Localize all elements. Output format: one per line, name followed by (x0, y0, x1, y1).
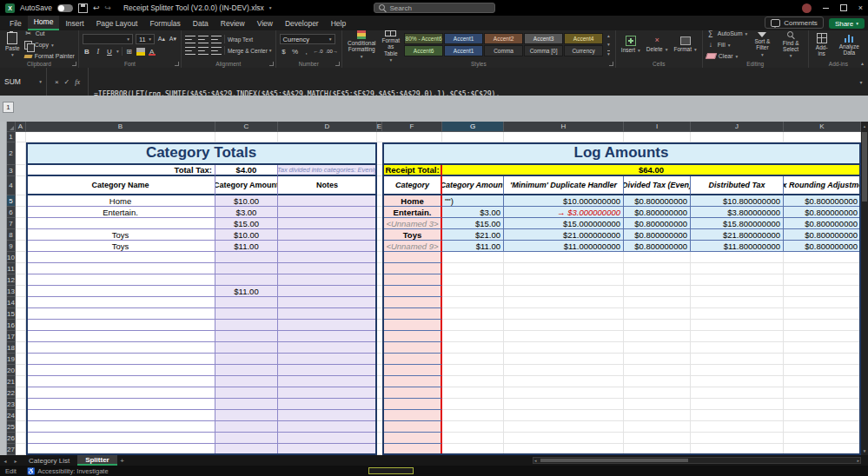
cell-G4[interactable]: Category Amount (442, 176, 504, 195)
cell-G19[interactable] (442, 354, 504, 365)
cell-D19[interactable] (278, 354, 377, 365)
cell-D7[interactable] (278, 218, 377, 229)
column-header-D[interactable]: D (278, 122, 377, 132)
cell-G18[interactable] (442, 342, 504, 354)
cell-G27[interactable] (442, 444, 504, 455)
cell-B3[interactable]: Total Tax: (26, 165, 215, 176)
cell-I9[interactable]: $0.800000000 (624, 241, 691, 252)
cell-J7[interactable]: $15.800000000 (691, 218, 784, 229)
cell-I1[interactable] (624, 132, 691, 142)
row-header-20[interactable]: 20 (7, 365, 16, 376)
cell-K6[interactable]: $0.800000000 (784, 207, 861, 218)
cell-I16[interactable] (624, 320, 691, 331)
cell-G1[interactable] (442, 132, 504, 142)
cell-B11[interactable] (26, 263, 215, 274)
cell-I21[interactable] (624, 376, 691, 387)
scroll-left-icon[interactable]: ◂ (534, 458, 537, 463)
cell-A24[interactable] (16, 410, 26, 421)
cell-J25[interactable] (691, 421, 784, 433)
cell-H11[interactable] (504, 263, 624, 274)
column-header-B[interactable]: B (26, 122, 215, 132)
cell-D23[interactable] (278, 399, 377, 410)
cell-F26[interactable] (382, 433, 442, 444)
cell-A16[interactable] (16, 320, 26, 331)
cell-H8[interactable]: $21.000000000 (504, 229, 624, 241)
cell-J22[interactable] (691, 387, 784, 399)
cell-B9[interactable]: Toys (26, 241, 215, 252)
cell-G24[interactable] (442, 410, 504, 421)
cell-D3[interactable]: (Tax divided into categories: Evenly) (278, 165, 377, 176)
cell-K22[interactable] (784, 387, 861, 399)
cell-B8[interactable]: Toys (26, 229, 215, 241)
cell-J24[interactable] (691, 410, 784, 421)
cell-B25[interactable] (26, 421, 215, 433)
cell-H4[interactable]: 'Minimum' Duplicate Handler (504, 176, 624, 195)
column-header-F[interactable]: F (382, 122, 442, 132)
cell-C27[interactable] (215, 444, 278, 455)
cell-I10[interactable] (624, 252, 691, 263)
cell-I19[interactable] (624, 354, 691, 365)
cell-I6[interactable]: $0.800000000 (624, 207, 691, 218)
cell-H10[interactable] (504, 252, 624, 263)
cell-B13[interactable] (26, 286, 215, 297)
cell-D16[interactable] (278, 320, 377, 331)
cell-F27[interactable] (382, 444, 442, 455)
cell-C16[interactable] (215, 320, 278, 331)
cell-A20[interactable] (16, 365, 26, 376)
cell-J10[interactable] (691, 252, 784, 263)
row-header-16[interactable]: 16 (7, 320, 16, 331)
cell-C6[interactable]: $3.00 (215, 207, 278, 218)
cell-A5[interactable] (16, 195, 26, 207)
cell-J15[interactable] (691, 308, 784, 320)
row-header-7[interactable]: 7 (7, 218, 16, 229)
cell-F19[interactable] (382, 354, 442, 365)
cell-G13[interactable] (442, 286, 504, 297)
vertical-scrollbar[interactable]: ▴ ▾ (861, 122, 868, 455)
cell-D4[interactable]: Notes (278, 176, 377, 195)
row-header-5[interactable]: 5 (7, 195, 16, 207)
cell-B15[interactable] (26, 308, 215, 320)
cell-K21[interactable] (784, 376, 861, 387)
cell-K4[interactable]: Tax Rounding Adjustment (784, 176, 861, 195)
row-header-10[interactable]: 10 (7, 252, 16, 263)
cell-A21[interactable] (16, 376, 26, 387)
row-header-1[interactable]: 1 (7, 132, 16, 142)
cell-B6[interactable]: Entertain. (26, 207, 215, 218)
cell-B2[interactable]: Category Totals (26, 142, 377, 165)
cell-D25[interactable] (278, 421, 377, 433)
cell-H12[interactable] (504, 274, 624, 286)
cell-I27[interactable] (624, 444, 691, 455)
cell-I11[interactable] (624, 263, 691, 274)
cell-B17[interactable] (26, 331, 215, 342)
cell-F8[interactable]: Toys (382, 229, 442, 241)
cell-K16[interactable] (784, 320, 861, 331)
cell-I12[interactable] (624, 274, 691, 286)
cell-I17[interactable] (624, 331, 691, 342)
row-header-18[interactable]: 18 (7, 342, 16, 354)
sheet-nav-left[interactable]: ◂ (0, 455, 10, 466)
cell-I13[interactable] (624, 286, 691, 297)
cell-K15[interactable] (784, 308, 861, 320)
cell-B18[interactable] (26, 342, 215, 354)
cell-H6[interactable]: → $3.000000000 (504, 207, 624, 218)
cell-A26[interactable] (16, 433, 26, 444)
cell-H26[interactable] (504, 433, 624, 444)
cell-C17[interactable] (215, 331, 278, 342)
scroll-down-icon[interactable]: ▾ (861, 448, 868, 453)
cell-H27[interactable] (504, 444, 624, 455)
cell-B1[interactable] (26, 132, 215, 142)
cell-B23[interactable] (26, 399, 215, 410)
cell-A13[interactable] (16, 286, 26, 297)
cell-F24[interactable] (382, 410, 442, 421)
row-header-4[interactable]: 4 (7, 176, 16, 195)
cell-C1[interactable] (215, 132, 278, 142)
row-header-11[interactable]: 11 (7, 263, 16, 274)
cell-C7[interactable]: $15.00 (215, 218, 278, 229)
cell-F25[interactable] (382, 421, 442, 433)
cell-D15[interactable] (278, 308, 377, 320)
cell-I15[interactable] (624, 308, 691, 320)
cell-G3[interactable]: $64.00 (442, 165, 861, 176)
cell-D13[interactable] (278, 286, 377, 297)
cell-G5[interactable]: "") (442, 195, 504, 207)
cell-F3[interactable]: Receipt Total: (382, 165, 442, 176)
